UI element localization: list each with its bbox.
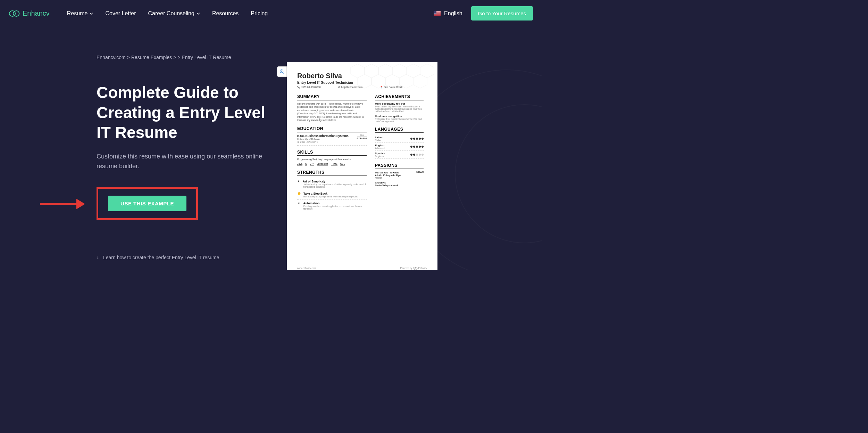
resume-location: São Paulo, Brazil xyxy=(384,86,402,88)
proficiency-dot xyxy=(419,146,421,148)
zoom-in-button[interactable] xyxy=(277,66,287,77)
strength-item: ↗ Automation Creating solutions to makin… xyxy=(297,200,367,212)
proficiency-dots xyxy=(410,146,424,148)
proficiency-dot xyxy=(416,138,418,140)
skills-title: SKILLS xyxy=(297,150,367,156)
strength-icon: ✦ xyxy=(297,180,300,188)
language-row: Italian Native xyxy=(375,135,424,143)
cta-highlight-box: USE THIS EXAMPLE xyxy=(97,187,198,220)
proficiency-dot xyxy=(422,154,424,156)
brand-text: Enhancv xyxy=(23,9,50,17)
achievements-title: ACHIEVEMENTS xyxy=(375,94,424,100)
hero-left: Enhancv.com > Resume Examples > > Entry … xyxy=(97,55,281,260)
nav-resume[interactable]: Resume xyxy=(67,10,93,17)
header-right: English Go to Your Resumes xyxy=(434,6,533,21)
resume-email: help@enhancv.com xyxy=(341,86,362,88)
strength-icon: ↗ xyxy=(297,202,300,210)
proficiency-dot xyxy=(419,138,421,140)
passion-level: Master xyxy=(375,177,424,179)
strength-desc: Creating solutions to making better proc… xyxy=(303,205,367,210)
achievement-title: Multi-geography roll-out xyxy=(375,102,424,105)
breadcrumb-current: Entry Level IT Resume xyxy=(182,55,231,60)
language-name: Spanish xyxy=(375,152,385,155)
nav-pricing-label: Pricing xyxy=(251,10,268,17)
skill-tag: C++ xyxy=(310,163,314,166)
go-to-resumes-button[interactable]: Go to Your Resumes xyxy=(471,6,533,21)
proficiency-dot xyxy=(413,138,415,140)
language-selector[interactable]: English xyxy=(434,10,462,17)
skill-tag: Java xyxy=(297,163,302,166)
language-row: English Advanced xyxy=(375,143,424,151)
proficiency-dots xyxy=(410,138,424,140)
arrow-down-icon: ↓ xyxy=(97,255,99,260)
language-name: English xyxy=(375,144,385,147)
resume-footer-url: www.enhancv.com xyxy=(297,267,316,270)
nav-resources[interactable]: Resources xyxy=(212,10,239,17)
learn-more-link[interactable]: ↓ Learn how to create the perfect Entry … xyxy=(97,255,281,260)
gpa-max: 4.00 xyxy=(362,137,367,139)
languages-title: LANGUAGES xyxy=(375,127,424,133)
page-subtitle: Customize this resume with ease using ou… xyxy=(97,152,263,172)
svg-marker-1 xyxy=(76,199,85,209)
proficiency-dot xyxy=(416,146,418,148)
resume-footer: www.enhancv.com Powered by Enhancv xyxy=(297,267,427,270)
breadcrumb-home[interactable]: Enhancv.com xyxy=(97,55,126,60)
proficiency-dot xyxy=(413,146,415,148)
summary-title: SUMMARY xyxy=(297,94,367,100)
education-dates: 2018 - ONGOING xyxy=(300,141,318,143)
main-nav: Resume Cover Letter Career Counseling Re… xyxy=(67,10,268,17)
annotation-arrow-icon xyxy=(40,197,85,211)
strength-desc: Understanding the importance of deliveri… xyxy=(303,183,367,188)
resume-footer-powered: Powered by xyxy=(400,267,412,269)
achievement-item: Multi-geography roll-out Been part of hi… xyxy=(375,102,424,113)
strength-icon: ✋ xyxy=(297,192,301,198)
logo[interactable]: Enhancv xyxy=(9,9,50,17)
proficiency-dot xyxy=(410,154,412,156)
nav-cover-letter[interactable]: Cover Letter xyxy=(105,10,136,17)
passions-title: PASSIONS xyxy=(375,163,424,169)
language-row: Spanish Beginner xyxy=(375,151,424,159)
nav-pricing[interactable]: Pricing xyxy=(251,10,268,17)
chevron-down-icon xyxy=(197,13,200,15)
skill-tag: HTML xyxy=(331,163,337,166)
achievement-title: Customer recognition xyxy=(375,115,424,118)
nav-career-label: Career Counseling xyxy=(148,10,194,17)
skills-subtitle: Programming/Scripting Languages & Framew… xyxy=(297,158,367,161)
skill-tag: CSS xyxy=(340,163,345,166)
proficiency-dots xyxy=(410,154,424,156)
skill-tag: C xyxy=(305,163,307,166)
passion-sub: Aikido Kobayashi Ryu xyxy=(375,174,424,177)
nav-career-counseling[interactable]: Career Counseling xyxy=(148,10,200,17)
resume-phone: +359 88 888 8888 xyxy=(301,86,321,88)
breadcrumb: Enhancv.com > Resume Examples > > Entry … xyxy=(97,55,281,60)
logo-icon xyxy=(9,10,20,17)
breadcrumb-examples[interactable]: Resume Examples xyxy=(131,55,172,60)
nav-resources-label: Resources xyxy=(212,10,239,17)
passion-sub: I train 5 days a week xyxy=(375,184,424,187)
strength-item: ✦ Art of Simplicity Understanding the im… xyxy=(297,178,367,190)
nav-resume-label: Resume xyxy=(67,10,88,17)
education-school: University of Bahrain xyxy=(297,138,349,141)
strength-title: Automation xyxy=(303,202,367,205)
proficiency-dot xyxy=(416,154,418,156)
passion-title: Martial Art - AIKIDO xyxy=(375,171,399,174)
resume-role: Entry Level IT Support Technician xyxy=(297,81,427,84)
breadcrumb-sep: > xyxy=(173,55,176,60)
breadcrumb-sep: > xyxy=(127,55,130,60)
skills-tags: JavaCC++JavascriptHTMLCSS xyxy=(297,163,367,166)
use-this-example-button[interactable]: USE THIS EXAMPLE xyxy=(108,196,186,211)
summary-text: Recent graduate with solid IT experience… xyxy=(297,102,367,122)
language-name: Italian xyxy=(375,136,383,139)
proficiency-dot xyxy=(410,138,412,140)
logo-icon xyxy=(413,267,418,270)
resume-contacts: 📞 +359 88 888 8888 @ help@enhancv.com 📍 … xyxy=(297,86,427,89)
resume-name: Roberto Silva xyxy=(297,72,427,80)
proficiency-dot xyxy=(422,138,424,140)
language-level: Beginner xyxy=(375,155,385,157)
strength-desc: Not making rash judgements to something … xyxy=(303,195,358,198)
achievement-desc: Recognized for excellent customer servic… xyxy=(375,118,424,123)
strength-title: Art of Simplicity xyxy=(303,180,367,183)
language-label: English xyxy=(444,10,462,17)
main-content: Enhancv.com > Resume Examples > > Entry … xyxy=(0,27,542,260)
strength-title: Take a Step Back xyxy=(303,192,358,195)
